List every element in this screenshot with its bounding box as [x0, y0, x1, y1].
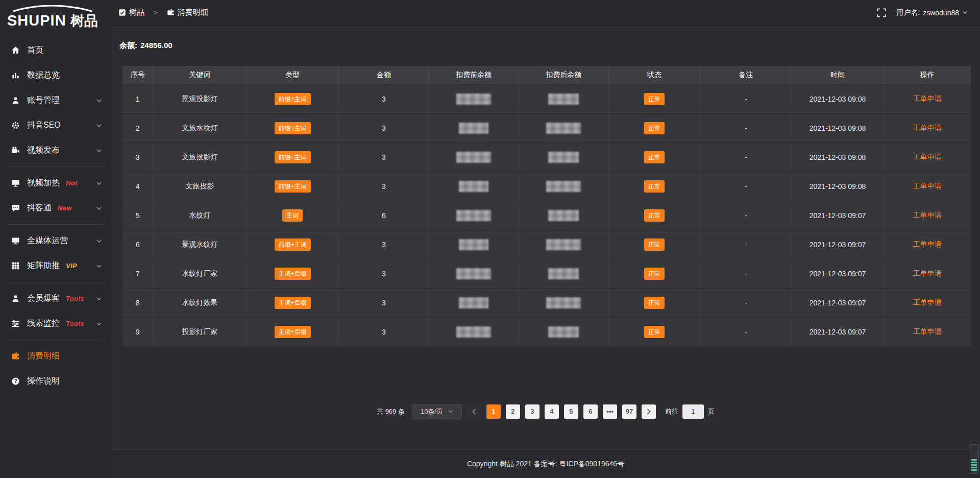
chevron-down-icon	[962, 10, 968, 15]
balance-before-blurred	[456, 152, 491, 163]
breadcrumb-item[interactable]: 消费明细	[167, 8, 208, 17]
page-button-4[interactable]: 4	[545, 404, 559, 419]
sidebar-item-account-management[interactable]: 账号管理	[0, 88, 111, 113]
logo-cn: 树品	[70, 13, 98, 29]
remark-cell: -	[700, 201, 792, 230]
sidebar-item-douketong[interactable]: 抖客通New	[0, 196, 111, 221]
footer: Copyright 树品 2021 备案号: 粤ICP备09019646号	[111, 449, 980, 478]
table-row: 5水纹灯主词6正常-2021-12-03 09:07工单申请	[122, 201, 971, 230]
user-label: 用户名:	[896, 8, 920, 17]
prev-page-button[interactable]	[467, 404, 481, 419]
balance-before-blurred-container	[429, 230, 519, 259]
row-index: 6	[122, 230, 153, 259]
status-badge-container: 正常	[608, 317, 700, 346]
sidebar-item-home[interactable]: 首页	[0, 38, 111, 63]
username: zswodun88	[923, 9, 959, 17]
floating-widget[interactable]	[969, 444, 979, 474]
table-body: 1景观投影灯前缀+主词3正常-2021-12-03 09:08工单申请2文旅水纹…	[122, 84, 971, 346]
next-page-button[interactable]	[642, 404, 656, 419]
work-order-link[interactable]: 工单申请	[913, 124, 942, 132]
sidebar-item-label: 抖音SEO	[27, 120, 61, 131]
pagination-total: 共 969 条	[377, 407, 405, 416]
remark-cell: -	[700, 113, 792, 142]
sidebar-item-data-overview[interactable]: 数据总览	[0, 63, 111, 88]
page-button-6[interactable]: 6	[583, 404, 598, 419]
page-button-3[interactable]: 3	[525, 404, 540, 419]
sidebar-item-video-heat[interactable]: 视频加热Hot	[0, 171, 111, 196]
type-badge-container: 前缀+主词	[247, 230, 339, 259]
remark-cell: -	[700, 317, 792, 346]
time-cell: 2021-12-03 09:08	[792, 84, 883, 113]
type-badge-container: 主词+后缀	[247, 317, 339, 346]
sliders-icon	[11, 319, 20, 328]
amount-cell: 3	[339, 113, 429, 142]
time-cell: 2021-12-03 09:07	[792, 259, 883, 288]
keyword-cell: 水纹灯效果	[153, 288, 247, 317]
row-index: 1	[122, 84, 153, 113]
sidebar-item-label: 矩阵助推	[27, 260, 60, 271]
row-index: 5	[122, 201, 153, 230]
type-badge: 主词	[282, 209, 303, 222]
type-badge-container: 主词	[247, 201, 339, 230]
sidebar-item-matrix-boost[interactable]: 矩阵助推VIP	[0, 253, 111, 278]
status-badge-container: 正常	[608, 259, 700, 288]
table-header-row: 序号关键词类型金额扣费前余额扣费后余额状态备注时间操作	[122, 66, 971, 84]
amount-cell: 3	[339, 317, 429, 346]
sidebar-item-all-media-operation[interactable]: 全媒体运营	[0, 228, 111, 253]
work-order-link[interactable]: 工单申请	[913, 182, 942, 190]
chevron-down-icon	[96, 98, 102, 104]
sidebar-item-label: 全媒体运营	[27, 235, 68, 246]
work-order-link[interactable]: 工单申请	[913, 94, 942, 103]
chevron-down-icon	[96, 263, 102, 269]
status-badge-container: 正常	[608, 172, 700, 201]
work-order-link[interactable]: 工单申请	[913, 153, 942, 161]
work-order-link[interactable]: 工单申请	[913, 269, 942, 277]
sidebar-item-video-publish[interactable]: 视频发布	[0, 138, 111, 163]
action-cell-container: 工单申请	[884, 113, 971, 142]
menu-divider	[8, 224, 103, 225]
goto-page-input[interactable]	[682, 404, 704, 419]
topbar: 树品>消费明细 用户名: zswodun88	[111, 0, 980, 26]
question-circle-icon: ?	[11, 377, 20, 386]
table-row: 7水纹灯厂家主词+后缀3正常-2021-12-03 09:07工单申请	[122, 259, 971, 288]
user-menu[interactable]: 用户名: zswodun88	[896, 8, 968, 17]
work-order-link[interactable]: 工单申请	[913, 298, 942, 306]
remark-cell: -	[700, 172, 792, 201]
fullscreen-icon[interactable]	[877, 8, 886, 17]
sidebar-item-label: 操作说明	[27, 376, 60, 387]
work-order-link[interactable]: 工单申请	[913, 240, 942, 248]
page-button-1[interactable]: 1	[486, 404, 501, 419]
sidebar-item-clue-monitor[interactable]: 线索监控Tools	[0, 311, 111, 336]
balance-after-blurred	[548, 93, 579, 105]
logo-en: SHUPIN	[7, 12, 66, 29]
topbar-right: 用户名: zswodun88	[877, 8, 968, 17]
table-row: 2文旅水纹灯前缀+主词3正常-2021-12-03 09:08工单申请	[122, 113, 971, 142]
amount-cell: 3	[339, 142, 429, 172]
page-size-select[interactable]: 10条/页	[412, 404, 462, 419]
time-cell: 2021-12-03 09:07	[792, 288, 883, 317]
page-button-2[interactable]: 2	[506, 404, 520, 419]
sidebar-item-consumption-detail[interactable]: 消费明细	[0, 344, 111, 369]
page-button-97[interactable]: 97	[622, 404, 636, 419]
breadcrumb-item[interactable]: 树品	[118, 8, 144, 17]
action-cell-container: 工单申请	[884, 230, 971, 259]
app-root: SHUPIN 树品 首页数据总览账号管理抖音SEO视频发布视频加热Hot抖客通N…	[0, 0, 980, 478]
breadcrumb-label: 消费明细	[178, 8, 208, 17]
status-badge: 正常	[644, 297, 665, 309]
amount-cell: 6	[339, 201, 429, 230]
status-badge-container: 正常	[608, 142, 700, 172]
more-pages-button[interactable]: •••	[603, 404, 617, 419]
work-order-link[interactable]: 工单申请	[913, 211, 942, 219]
sidebar-item-label: 视频加热	[27, 178, 60, 188]
sidebar-item-member-baoke[interactable]: 会员爆客Tools	[0, 286, 111, 311]
work-order-link[interactable]: 工单申请	[913, 327, 942, 336]
type-badge-container: 主词+后缀	[247, 259, 339, 288]
status-badge-container: 正常	[608, 288, 700, 317]
balance-after-blurred-container	[519, 113, 608, 142]
sidebar-item-douyin-seo[interactable]: 抖音SEO	[0, 113, 111, 138]
chevron-down-icon	[96, 321, 102, 327]
page-button-5[interactable]: 5	[564, 404, 578, 419]
sidebar-item-operation-guide[interactable]: ?操作说明	[0, 369, 111, 394]
monitor-play-icon	[11, 179, 20, 187]
time-cell: 2021-12-03 09:08	[792, 172, 883, 201]
